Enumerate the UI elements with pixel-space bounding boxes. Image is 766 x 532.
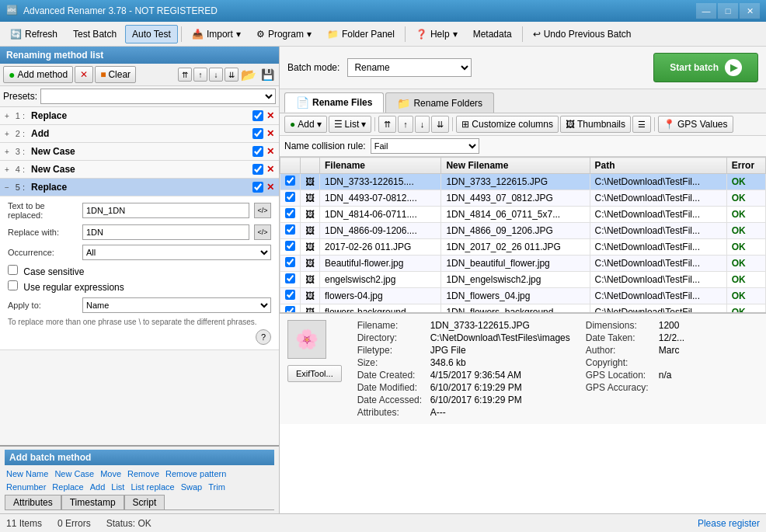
help-button-method[interactable]: ? [256, 329, 271, 345]
move-bottom-button[interactable]: ⇊ [225, 68, 239, 82]
table-row[interactable]: 🖼 2017-02-26 011.JPG 1DN_2017_02_26 011.… [280, 239, 766, 256]
method-header-5[interactable]: − 5 : Replace ✕ [0, 179, 279, 196]
row-check[interactable] [285, 257, 295, 267]
method-toggle-2[interactable]: + [5, 130, 9, 138]
files-move-up-button[interactable]: ↑ [398, 116, 413, 133]
occurrence-select[interactable]: All [82, 245, 271, 260]
import-button[interactable]: 📥 Import ▾ [185, 25, 248, 43]
tab-timestamp[interactable]: Timestamp [61, 495, 124, 509]
files-move-top-button[interactable]: ⇈ [378, 116, 396, 133]
new-case-link[interactable]: New Case [53, 468, 96, 479]
regex-check[interactable] [8, 280, 18, 290]
method-check-3[interactable] [252, 146, 263, 157]
method-header-3[interactable]: + 3 : New Case ✕ [0, 143, 279, 160]
add-method-button[interactable]: ● Add method [3, 66, 73, 83]
row-check[interactable] [285, 224, 295, 235]
method-header-1[interactable]: + 1 : Replace ✕ [0, 107, 279, 124]
case-sensitive-check[interactable] [8, 265, 18, 275]
presets-select[interactable] [40, 89, 276, 104]
table-row[interactable]: 🖼 1DN_4814-06-0711.... 1DN_4814_06_0711_… [280, 207, 766, 223]
move-up-button[interactable]: ↑ [193, 68, 207, 82]
remove-pattern-link[interactable]: Remove pattern [164, 468, 228, 479]
method-del-4[interactable]: ✕ [266, 164, 274, 175]
clear-button[interactable]: ■ Clear [95, 66, 136, 83]
undo-button[interactable]: ↩ Undo Previous Batch [526, 25, 639, 43]
minimize-button[interactable]: — [696, 3, 716, 19]
collision-select[interactable]: Fail [371, 138, 479, 154]
text-replace-code-btn[interactable]: </> [254, 203, 271, 218]
table-row[interactable]: 🖼 flowers-background.... 1DN_flowers_bac… [280, 304, 766, 313]
new-name-link[interactable]: New Name [5, 468, 50, 479]
method-del-1[interactable]: ✕ [266, 110, 274, 121]
move-down-button[interactable]: ↓ [209, 68, 223, 82]
table-row[interactable]: 🖼 flowers-04.jpg 1DN_flowers_04.jpg C:\N… [280, 288, 766, 304]
table-row[interactable]: 🖼 1DN_4493-07-0812.... 1DN_4493_07_0812.… [280, 190, 766, 207]
files-move-bottom-button[interactable]: ⇊ [431, 116, 449, 133]
exif-tool-button[interactable]: ExifTool... [287, 365, 342, 382]
replace-with-input[interactable] [82, 224, 249, 240]
list-link[interactable]: List [110, 482, 126, 492]
metadata-button[interactable]: Metadata [466, 25, 519, 43]
load-preset-button[interactable]: 📂 [240, 66, 257, 83]
save-preset-button[interactable]: 💾 [259, 66, 276, 83]
method-toggle-5[interactable]: − [5, 183, 9, 192]
remove-link[interactable]: Remove [126, 468, 161, 479]
table-row[interactable]: 🖼 Beautiful-flower.jpg 1DN_beautiful_flo… [280, 256, 766, 272]
method-header-2[interactable]: + 2 : Add ✕ [0, 125, 279, 142]
tab-attributes[interactable]: Attributes [5, 495, 61, 509]
method-check-5[interactable] [252, 182, 263, 193]
text-replace-input[interactable] [82, 203, 249, 218]
col-path[interactable]: Path [590, 158, 726, 174]
apply-to-select[interactable]: Name [82, 297, 271, 313]
list-replace-link[interactable]: List replace [129, 482, 176, 492]
register-link[interactable]: Please register [698, 518, 760, 529]
list-btn-extra[interactable]: ☰ [632, 116, 651, 133]
method-del-5[interactable]: ✕ [266, 182, 274, 193]
batch-mode-select[interactable]: Rename [347, 58, 472, 77]
table-row[interactable]: 🖼 1DN_4866-09-1206.... 1DN_4866_09_1206.… [280, 223, 766, 239]
thumbnails-button[interactable]: 🖼 Thumbnails [560, 116, 631, 133]
maximize-button[interactable]: □ [718, 3, 738, 19]
move-link[interactable]: Move [99, 468, 123, 479]
replace-link[interactable]: Replace [50, 482, 85, 492]
add-files-button[interactable]: ● Add ▾ [284, 116, 327, 133]
renumber-link[interactable]: Renumber [5, 482, 47, 492]
row-check[interactable] [285, 192, 295, 202]
close-button[interactable]: ✕ [740, 3, 760, 19]
refresh-button[interactable]: 🔄 Refresh [3, 25, 64, 43]
row-check[interactable] [285, 176, 295, 186]
test-batch-button[interactable]: Test Batch [66, 25, 124, 43]
method-toggle-3[interactable]: + [5, 148, 9, 156]
move-top-button[interactable]: ⇈ [178, 68, 192, 82]
start-batch-button[interactable]: Start batch ▶ [653, 53, 758, 82]
col-error[interactable]: Error [726, 158, 765, 174]
auto-test-button[interactable]: Auto Test [125, 25, 178, 43]
file-table-container[interactable]: Filename New Filename Path Error 🖼 1DN_3… [280, 157, 766, 312]
tab-script[interactable]: Script [124, 495, 165, 509]
row-check[interactable] [285, 290, 295, 300]
method-toggle-1[interactable]: + [5, 112, 9, 120]
tab-rename-files[interactable]: 📄 Rename Files [284, 92, 384, 113]
row-check[interactable] [285, 241, 295, 251]
add-link[interactable]: Add [89, 482, 107, 492]
list-view-button[interactable]: ☰ List ▾ [329, 116, 372, 133]
method-del-3[interactable]: ✕ [266, 146, 274, 157]
customize-columns-button[interactable]: ⊞ Customize columns [456, 116, 559, 133]
row-check[interactable] [285, 306, 295, 312]
replace-with-code-btn[interactable]: </> [254, 224, 271, 240]
method-header-4[interactable]: + 4 : New Case ✕ [0, 161, 279, 178]
files-move-down-button[interactable]: ↓ [415, 116, 430, 133]
help-button[interactable]: ❓ Help ▾ [409, 25, 465, 43]
table-row[interactable]: 🖼 engelswisch2.jpg 1DN_engelswisch2.jpg … [280, 272, 766, 288]
method-check-4[interactable] [252, 164, 263, 175]
row-check[interactable] [285, 273, 295, 283]
gps-values-button[interactable]: 📍 GPS Values [658, 116, 733, 133]
program-button[interactable]: ⚙ Program ▾ [249, 25, 319, 43]
method-check-1[interactable] [252, 110, 263, 121]
method-check-2[interactable] [252, 128, 263, 139]
folder-panel-button[interactable]: 📁 Folder Panel [320, 25, 402, 43]
table-row[interactable]: 🖼 1DN_3733-122615.... 1DN_3733_122615.JP… [280, 174, 766, 190]
tab-rename-folders[interactable]: 📁 Rename Folders [385, 92, 494, 113]
delete-method-button[interactable]: ✕ [75, 66, 93, 83]
method-toggle-4[interactable]: + [5, 165, 9, 174]
